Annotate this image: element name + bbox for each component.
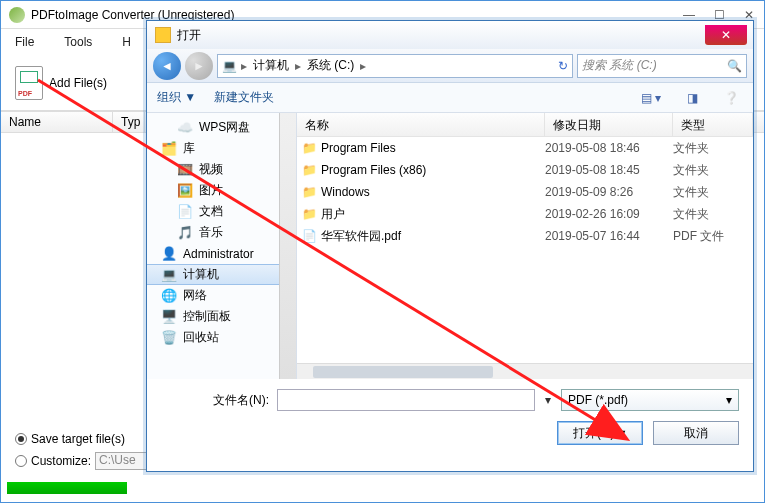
filename-input[interactable] bbox=[277, 389, 535, 411]
path-segment[interactable]: 系统 (C:) bbox=[305, 57, 356, 74]
tree-item[interactable]: 🖥️控制面板 bbox=[147, 306, 296, 327]
output-options: Save target file(s) Customize: C:\Use bbox=[15, 432, 155, 470]
tree-item[interactable]: 🎞️视频 bbox=[147, 159, 296, 180]
tree-item[interactable]: 🗑️回收站 bbox=[147, 327, 296, 348]
item-date: 2019-05-09 8:26 bbox=[545, 185, 673, 199]
folder-icon: 📁 bbox=[297, 141, 321, 155]
tree-label: 图片 bbox=[199, 182, 223, 199]
chevron-right-icon: ▸ bbox=[295, 59, 301, 73]
chevron-down-icon: ▼ bbox=[618, 428, 627, 438]
dialog-titlebar: 打开 ✕ bbox=[147, 21, 753, 49]
tree-icon: 🖼️ bbox=[177, 183, 193, 199]
open-button[interactable]: 打开(O)▼ bbox=[557, 421, 643, 445]
col-name[interactable]: Name bbox=[1, 112, 113, 132]
item-name: Program Files bbox=[321, 141, 545, 155]
tree-icon: 🖥️ bbox=[161, 309, 177, 325]
chevron-right-icon: ▸ bbox=[360, 59, 366, 73]
open-dialog: 打开 ✕ ◄ ► 💻 ▸ 计算机 ▸ 系统 (C:) ▸ ↻ 搜索 系统 (C:… bbox=[146, 20, 754, 472]
col-type[interactable]: Typ bbox=[113, 112, 145, 132]
folder-icon bbox=[155, 27, 171, 43]
tree-label: 控制面板 bbox=[183, 308, 231, 325]
tree-label: 计算机 bbox=[183, 266, 219, 283]
radio-icon bbox=[15, 455, 27, 467]
customize-label: Customize: bbox=[31, 454, 91, 468]
tree-item[interactable]: 🌐网络 bbox=[147, 285, 296, 306]
tree-label: 库 bbox=[183, 140, 195, 157]
tree-item[interactable]: ☁️WPS网盘 bbox=[147, 117, 296, 138]
col-name[interactable]: 名称 bbox=[297, 113, 545, 136]
search-placeholder: 搜索 系统 (C:) bbox=[582, 57, 657, 74]
tree-icon: 🗂️ bbox=[161, 141, 177, 157]
radio-icon bbox=[15, 433, 27, 445]
list-item[interactable]: 📄华军软件园.pdf2019-05-07 16:44PDF 文件 bbox=[297, 225, 753, 247]
item-name: Windows bbox=[321, 185, 545, 199]
cancel-button[interactable]: 取消 bbox=[653, 421, 739, 445]
col-type[interactable]: 类型 bbox=[673, 113, 753, 136]
item-date: 2019-02-26 16:09 bbox=[545, 207, 673, 221]
filename-label: 文件名(N): bbox=[161, 392, 269, 409]
tree-item[interactable]: 👤Administrator bbox=[147, 243, 296, 264]
help-button[interactable]: ❔ bbox=[720, 91, 743, 105]
add-files-button[interactable]: Add File(s) bbox=[49, 76, 107, 90]
list-item[interactable]: 📁用户2019-02-26 16:09文件夹 bbox=[297, 203, 753, 225]
tree-label: 音乐 bbox=[199, 224, 223, 241]
save-target-option[interactable]: Save target file(s) bbox=[15, 432, 155, 446]
new-folder-button[interactable]: 新建文件夹 bbox=[214, 89, 274, 106]
item-type: 文件夹 bbox=[673, 184, 709, 201]
tree-label: 网络 bbox=[183, 287, 207, 304]
chevron-down-icon: ▼ bbox=[184, 90, 196, 104]
list-item[interactable]: 📁Program Files (x86)2019-05-08 18:45文件夹 bbox=[297, 159, 753, 181]
chevron-down-icon[interactable]: ▾ bbox=[543, 393, 553, 407]
tree-label: 视频 bbox=[199, 161, 223, 178]
forward-button[interactable]: ► bbox=[185, 52, 213, 80]
preview-pane-button[interactable]: ◨ bbox=[683, 91, 702, 105]
file-type-filter[interactable]: PDF (*.pdf) ▾ bbox=[561, 389, 739, 411]
list-item[interactable]: 📁Program Files2019-05-08 18:46文件夹 bbox=[297, 137, 753, 159]
list-item[interactable]: 📁Windows2019-05-09 8:26文件夹 bbox=[297, 181, 753, 203]
menu-help[interactable]: H bbox=[122, 35, 131, 49]
folder-icon: 📁 bbox=[297, 185, 321, 199]
view-mode-button[interactable]: ▤ ▾ bbox=[637, 91, 665, 105]
organize-button[interactable]: 组织 ▼ bbox=[157, 89, 196, 106]
save-target-label: Save target file(s) bbox=[31, 432, 125, 446]
back-button[interactable]: ◄ bbox=[153, 52, 181, 80]
folder-icon: 📁 bbox=[297, 163, 321, 177]
progress-bar bbox=[7, 482, 127, 494]
item-name: 华军软件园.pdf bbox=[321, 228, 545, 245]
tree-label: Administrator bbox=[183, 247, 254, 261]
breadcrumb[interactable]: 💻 ▸ 计算机 ▸ 系统 (C:) ▸ ↻ bbox=[217, 54, 573, 78]
tree-item[interactable]: 📄文档 bbox=[147, 201, 296, 222]
nav-tree[interactable]: ☁️WPS网盘🗂️库🎞️视频🖼️图片📄文档🎵音乐👤Administrator💻计… bbox=[147, 113, 297, 379]
app-logo-icon bbox=[9, 7, 25, 23]
search-input[interactable]: 搜索 系统 (C:) 🔍 bbox=[577, 54, 747, 78]
item-name: 用户 bbox=[321, 206, 545, 223]
menu-file[interactable]: File bbox=[15, 35, 34, 49]
tree-label: 回收站 bbox=[183, 329, 219, 346]
tree-item[interactable]: 💻计算机 bbox=[147, 264, 296, 285]
menu-tools[interactable]: Tools bbox=[64, 35, 92, 49]
tree-item[interactable]: 🖼️图片 bbox=[147, 180, 296, 201]
search-icon: 🔍 bbox=[727, 59, 742, 73]
tree-icon: 💻 bbox=[161, 267, 177, 283]
path-segment[interactable]: 计算机 bbox=[251, 57, 291, 74]
horizontal-scrollbar[interactable] bbox=[297, 363, 753, 379]
tree-icon: 🌐 bbox=[161, 288, 177, 304]
item-date: 2019-05-08 18:45 bbox=[545, 163, 673, 177]
file-list: 名称 修改日期 类型 📁Program Files2019-05-08 18:4… bbox=[297, 113, 753, 379]
dialog-close-button[interactable]: ✕ bbox=[705, 25, 747, 45]
tree-icon: 👤 bbox=[161, 246, 177, 262]
list-rows[interactable]: 📁Program Files2019-05-08 18:46文件夹📁Progra… bbox=[297, 137, 753, 363]
file-icon: 📄 bbox=[297, 229, 321, 243]
item-type: PDF 文件 bbox=[673, 228, 724, 245]
dialog-nav: ◄ ► 💻 ▸ 计算机 ▸ 系统 (C:) ▸ ↻ 搜索 系统 (C:) 🔍 bbox=[147, 49, 753, 83]
col-date[interactable]: 修改日期 bbox=[545, 113, 673, 136]
tree-item[interactable]: 🗂️库 bbox=[147, 138, 296, 159]
tree-icon: 📄 bbox=[177, 204, 193, 220]
tree-item[interactable]: 🎵音乐 bbox=[147, 222, 296, 243]
customize-option[interactable]: Customize: C:\Use bbox=[15, 452, 155, 470]
tree-icon: 🎞️ bbox=[177, 162, 193, 178]
list-header: 名称 修改日期 类型 bbox=[297, 113, 753, 137]
refresh-icon[interactable]: ↻ bbox=[558, 59, 568, 73]
chevron-down-icon: ▾ bbox=[726, 393, 732, 407]
tree-icon: 🎵 bbox=[177, 225, 193, 241]
